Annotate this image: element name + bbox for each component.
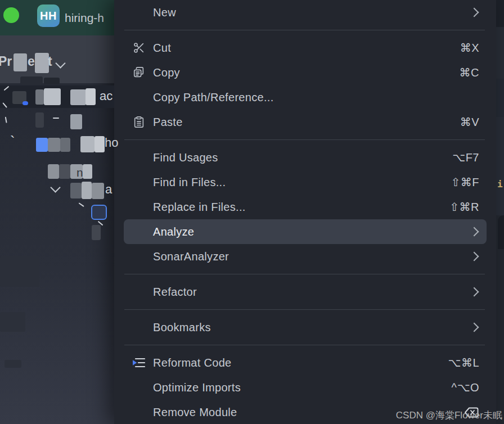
tree-text-fragment: a — [105, 183, 112, 196]
redaction-block — [4, 360, 21, 368]
menu-item-label: Cut — [153, 42, 171, 55]
editor-band — [496, 249, 504, 424]
redaction-block — [22, 101, 28, 105]
redaction-block — [94, 136, 105, 152]
redaction-block — [35, 89, 44, 105]
redaction-block — [92, 183, 104, 199]
menu-shortcut: ^⌥O — [452, 381, 480, 394]
editor-band — [496, 79, 504, 117]
clipboard-icon — [131, 116, 147, 128]
editor-sliver: i — [496, 0, 504, 424]
menu-separator — [124, 139, 485, 140]
menu-shortcut: ⌘C — [460, 66, 479, 79]
menu-item-label: Reformat Code — [153, 357, 232, 369]
menu-item-label: Refactor — [153, 286, 197, 299]
menu-shortcut: ⌘V — [460, 115, 479, 129]
tree-text-fragment: ac — [100, 90, 112, 102]
copy-icon — [131, 66, 147, 79]
menu-item-label: Copy — [153, 66, 180, 79]
menu-item-find-usages[interactable]: Find Usages⌥F7 — [114, 145, 496, 170]
menu-item-label: Paste — [153, 116, 183, 129]
menu-separator — [124, 30, 485, 30]
menu-shortcut: ⌥F7 — [452, 151, 479, 164]
chevron-down-icon — [57, 60, 64, 67]
menu-item-label: SonarAnalyzer — [153, 250, 229, 263]
redaction-block — [35, 112, 44, 128]
ide-window: HH hiring-h i NewCut⌘XCopy⌘CCopy Path/Re… — [0, 0, 504, 424]
popup-corner — [498, 215, 504, 249]
menu-shortcut: ⌥⌘L — [448, 356, 479, 369]
project-title: hiring-h — [65, 0, 104, 35]
redaction-block — [44, 78, 60, 84]
title-bar: HH hiring-h — [0, 0, 114, 35]
redaction-block — [14, 53, 27, 71]
redaction-block — [86, 88, 96, 105]
redaction-block — [70, 89, 86, 105]
redaction-block — [82, 182, 92, 199]
menu-item-new[interactable]: New — [114, 0, 496, 25]
menu-shortcut: ⌘X — [460, 41, 479, 55]
redaction-block — [48, 138, 60, 152]
redaction-block — [70, 114, 82, 129]
menu-shortcut: ⇧⌘R — [449, 200, 479, 214]
redaction-block — [35, 53, 49, 73]
redaction-block — [44, 88, 61, 105]
editor-band — [496, 27, 504, 79]
menu-item-copy-path-reference[interactable]: Copy Path/Reference... — [114, 85, 496, 110]
redaction-block — [0, 312, 25, 332]
redaction-block — [92, 225, 101, 240]
menu-item-bookmarks[interactable]: Bookmarks — [114, 315, 496, 340]
tree-text-fragment: e — [28, 55, 35, 68]
watermark: CSDN @海棠Flower未眠 — [396, 409, 502, 422]
tree-text-fragment: ` — [10, 134, 15, 148]
menu-item-copy[interactable]: Copy⌘C — [114, 60, 496, 85]
menu-item-label: Find Usages — [153, 151, 218, 164]
menu-item-label: Bookmarks — [153, 321, 211, 334]
submenu-arrow-icon — [470, 8, 479, 17]
menu-separator — [124, 274, 485, 274]
tree-text-fragment: t — [48, 55, 52, 68]
menu-separator — [124, 345, 485, 345]
menu-item-paste[interactable]: Paste⌘V — [114, 110, 496, 134]
menu-item-replace-in-files[interactable]: Replace in Files...⇧⌘R — [114, 195, 496, 219]
menu-item-find-in-files[interactable]: Find in Files...⇧⌘F — [114, 170, 496, 195]
selected-file-outline — [91, 205, 107, 220]
redaction-block — [48, 164, 59, 179]
menu-item-analyze[interactable]: Analyze — [124, 219, 487, 244]
project-tree[interactable] — [0, 83, 114, 424]
tree-text-fragment: n — [76, 166, 83, 178]
chevron-down-icon — [52, 184, 59, 191]
menu-item-refactor[interactable]: Refactor — [114, 279, 496, 304]
menu-shortcut: ⇧⌘F — [451, 175, 479, 189]
project-avatar[interactable]: HH — [37, 4, 60, 27]
menu-item-label: Analyze — [153, 225, 194, 238]
submenu-arrow-icon — [470, 323, 479, 332]
submenu-arrow-icon — [470, 252, 479, 261]
redaction-block — [36, 138, 48, 152]
editor-code-fragment: i — [497, 179, 503, 190]
redaction-block — [60, 138, 70, 152]
menu-item-label: Copy Path/Reference... — [153, 91, 274, 104]
menu-item-label: Optimize Imports — [153, 381, 241, 394]
redaction-block — [83, 164, 92, 179]
menu-item-label: Find in Files... — [153, 176, 226, 189]
menu-item-cut[interactable]: Cut⌘X — [114, 35, 496, 60]
menu-item-optimize-imports[interactable]: Optimize Imports^⌥O — [114, 375, 496, 400]
tree-text-fragment: ho — [105, 137, 118, 149]
editor-band — [496, 0, 504, 27]
redaction-block — [70, 183, 82, 199]
redaction-block — [59, 164, 70, 179]
menu-item-sonaranalyzer[interactable]: SonarAnalyzer — [114, 244, 496, 269]
menu-item-label: Replace in Files... — [153, 201, 246, 214]
menu-item-reformat-code[interactable]: Reformat Code⌥⌘L — [114, 350, 496, 375]
context-menu: NewCut⌘XCopy⌘CCopy Path/Reference...Past… — [114, 0, 496, 424]
menu-item-label: Remove Module — [153, 406, 237, 419]
redaction-block — [80, 136, 94, 152]
submenu-arrow-icon — [470, 287, 479, 297]
redaction-block — [0, 256, 39, 287]
submenu-arrow-icon — [470, 227, 479, 237]
window-control-button[interactable] — [3, 7, 19, 23]
reformat-code-icon — [131, 357, 147, 369]
redaction-block — [20, 76, 43, 84]
tree-text-fragment: Pr — [0, 55, 12, 68]
